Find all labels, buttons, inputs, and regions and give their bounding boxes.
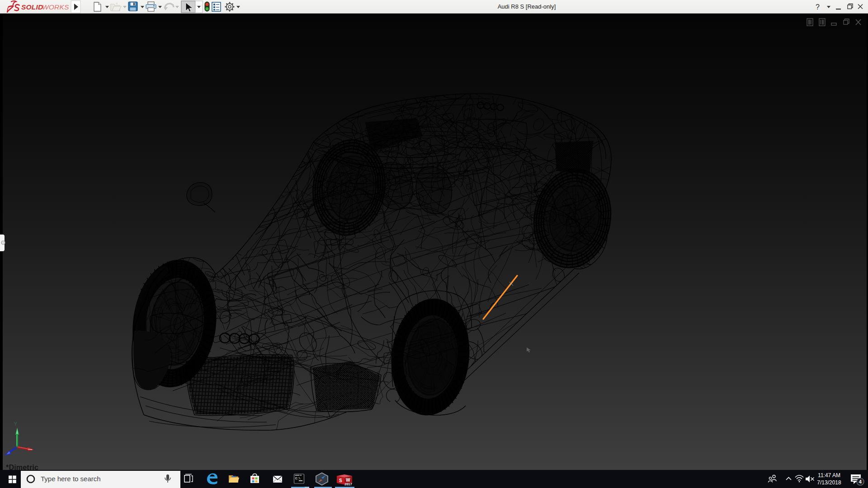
svg-text:SOLID: SOLID: [21, 3, 43, 11]
svg-text:C:\: C:\: [295, 477, 301, 480]
svg-text:?: ?: [816, 3, 820, 11]
svg-text:S: S: [339, 478, 342, 483]
svg-text:Y: Y: [14, 422, 17, 427]
svg-text:4: 4: [859, 479, 862, 484]
svg-text:WORKS: WORKS: [42, 3, 69, 11]
svg-text:2017: 2017: [344, 482, 352, 486]
